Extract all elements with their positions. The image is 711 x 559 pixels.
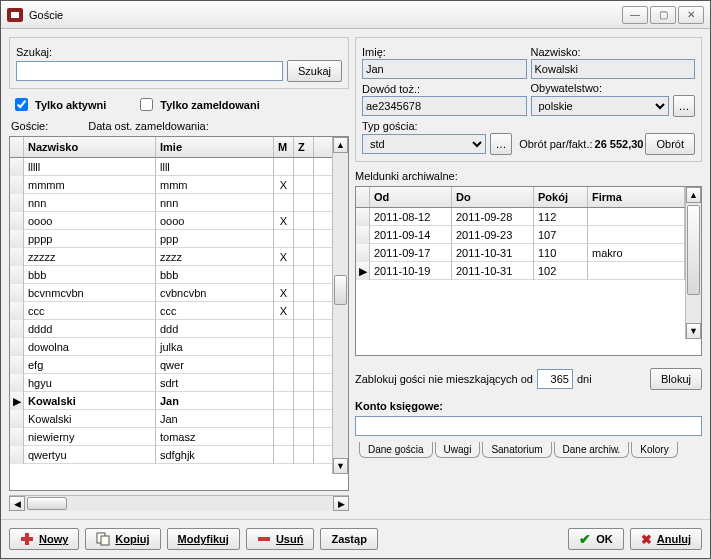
col-from[interactable]: Od — [370, 187, 452, 207]
maximize-button[interactable]: ▢ — [650, 6, 676, 24]
scroll-up-icon[interactable]: ▲ — [686, 187, 701, 203]
guesttype-select[interactable]: std — [362, 134, 486, 154]
turnover-value: 26 552,30 — [595, 138, 644, 150]
col-room[interactable]: Pokój — [534, 187, 588, 207]
table-row[interactable]: nnnnnn — [10, 194, 332, 212]
table-row[interactable]: ▶KowalskiJan — [10, 392, 332, 410]
col-to[interactable]: Do — [452, 187, 534, 207]
details-group: Imię: Nazwisko: Dowód toż.: — [355, 37, 702, 162]
last-checkin-label: Data ost. zameldowania: — [88, 120, 208, 132]
table-row[interactable]: bbbbbb — [10, 266, 332, 284]
scroll-up-icon[interactable]: ▲ — [333, 137, 348, 153]
archive-vscroll[interactable]: ▲ ▼ — [685, 187, 701, 339]
block-label-pre: Zablokuj gości nie mieszkających od — [355, 373, 533, 385]
table-row[interactable]: zzzzzzzzzX — [10, 248, 332, 266]
iddoc-label: Dowód toż.: — [362, 83, 527, 95]
table-row[interactable]: mmmmmmmX — [10, 176, 332, 194]
surname-field[interactable] — [531, 59, 696, 79]
only-registered-checkbox[interactable]: Tylko zameldowani — [136, 95, 259, 114]
col-z[interactable]: Z — [294, 137, 314, 157]
minimize-button[interactable]: — — [622, 6, 648, 24]
guests-grid-header: Nazwisko Imie M Z — [10, 137, 332, 158]
ok-button[interactable]: ✔ OK — [568, 528, 624, 550]
svg-rect-1 — [21, 537, 33, 541]
table-row[interactable]: efgqwer — [10, 356, 332, 374]
titlebar: Goście — ▢ ✕ — [1, 1, 710, 29]
scroll-thumb[interactable] — [334, 275, 347, 305]
copy-button[interactable]: Kopiuj — [85, 528, 160, 550]
scroll-right-icon[interactable]: ▶ — [333, 496, 349, 511]
block-days-input[interactable] — [537, 369, 573, 389]
guests-vscroll[interactable]: ▲ ▼ — [332, 137, 348, 474]
svg-rect-3 — [101, 536, 109, 545]
guests-window: Goście — ▢ ✕ Szukaj: Szukaj Tylko aktywn… — [0, 0, 711, 559]
only-active-checkbox[interactable]: Tylko aktywni — [11, 95, 106, 114]
archive-grid[interactable]: Od Do Pokój Firma 2011-08-122011-09-2811… — [355, 186, 702, 356]
table-row[interactable]: niewiernytomasz — [10, 428, 332, 446]
search-button[interactable]: Szukaj — [287, 60, 342, 82]
guests-hscroll[interactable]: ◀ ▶ — [9, 495, 349, 511]
tab-uwagi[interactable]: Uwagi — [435, 442, 481, 458]
app-icon — [7, 8, 23, 22]
bottom-toolbar: Nowy Kopiuj Modyfikuj Usuń Zastąp ✔ OK ✖… — [1, 519, 710, 558]
only-registered-input[interactable] — [140, 98, 153, 111]
new-button[interactable]: Nowy — [9, 528, 79, 550]
turnover-button[interactable]: Obrót — [645, 133, 695, 155]
account-input[interactable] — [355, 416, 702, 436]
delete-button[interactable]: Usuń — [246, 528, 315, 550]
citizenship-more-button[interactable]: … — [673, 95, 695, 117]
x-icon: ✖ — [641, 532, 652, 547]
copy-icon — [96, 532, 110, 546]
replace-button[interactable]: Zastąp — [320, 528, 377, 550]
archive-title: Meldunki archiwalne: — [355, 170, 702, 182]
citizenship-label: Obywatelstwo: — [531, 82, 696, 94]
account-label: Konto księgowe: — [355, 400, 443, 412]
first-name-label: Imię: — [362, 46, 527, 58]
block-button[interactable]: Blokuj — [650, 368, 702, 390]
table-row[interactable]: 2011-09-142011-09-23107 — [356, 226, 685, 244]
col-name[interactable]: Imie — [156, 137, 274, 157]
scroll-thumb[interactable] — [687, 205, 700, 295]
table-row[interactable]: ▶2011-10-192011-10-31102 — [356, 262, 685, 280]
search-label: Szukaj: — [16, 46, 342, 58]
scroll-down-icon[interactable]: ▼ — [333, 458, 348, 474]
table-row[interactable]: lllllllll — [10, 158, 332, 176]
modify-button[interactable]: Modyfikuj — [167, 528, 240, 550]
col-surname[interactable]: Nazwisko — [24, 137, 156, 157]
table-row[interactable]: ppppppp — [10, 230, 332, 248]
tab-sanatorium[interactable]: Sanatorium — [482, 442, 551, 458]
tab-dane-archiw[interactable]: Dane archiw. — [554, 442, 630, 458]
only-active-input[interactable] — [15, 98, 28, 111]
tab-kolory[interactable]: Kolory — [631, 442, 677, 458]
search-group: Szukaj: Szukaj — [9, 37, 349, 89]
surname-label: Nazwisko: — [531, 46, 696, 58]
table-row[interactable]: dowolnajulka — [10, 338, 332, 356]
search-input[interactable] — [16, 61, 283, 81]
col-company[interactable]: Firma — [588, 187, 685, 207]
close-button[interactable]: ✕ — [678, 6, 704, 24]
table-row[interactable]: 2011-09-172011-10-31110makro — [356, 244, 685, 262]
guests-grid[interactable]: Nazwisko Imie M Z lllllllllmmmmmmmXnnnnn… — [9, 136, 349, 491]
guesttype-label: Typ gościa: — [362, 120, 512, 132]
block-label-post: dni — [577, 373, 592, 385]
col-m[interactable]: M — [274, 137, 294, 157]
table-row[interactable]: ooooooooX — [10, 212, 332, 230]
table-row[interactable]: hgyusdrt — [10, 374, 332, 392]
scroll-down-icon[interactable]: ▼ — [686, 323, 701, 339]
tab-dane-goscia[interactable]: Dane gościa — [359, 442, 433, 458]
table-row[interactable]: 2011-08-122011-09-28112 — [356, 208, 685, 226]
scroll-hthumb[interactable] — [27, 497, 67, 510]
detail-tabs: Dane gościa Uwagi Sanatorium Dane archiw… — [355, 442, 702, 458]
table-row[interactable]: ccccccX — [10, 302, 332, 320]
iddoc-field[interactable] — [362, 96, 527, 116]
table-row[interactable]: KowalskiJan — [10, 410, 332, 428]
cancel-button[interactable]: ✖ Anuluj — [630, 528, 702, 550]
citizenship-select[interactable]: polskie — [531, 96, 670, 116]
guesttype-more-button[interactable]: … — [490, 133, 512, 155]
first-name-field[interactable] — [362, 59, 527, 79]
scroll-left-icon[interactable]: ◀ — [9, 496, 25, 511]
check-icon: ✔ — [579, 531, 591, 547]
table-row[interactable]: ddddddd — [10, 320, 332, 338]
table-row[interactable]: qwertyusdfghjk — [10, 446, 332, 464]
table-row[interactable]: bcvnmcvbncvbncvbnX — [10, 284, 332, 302]
